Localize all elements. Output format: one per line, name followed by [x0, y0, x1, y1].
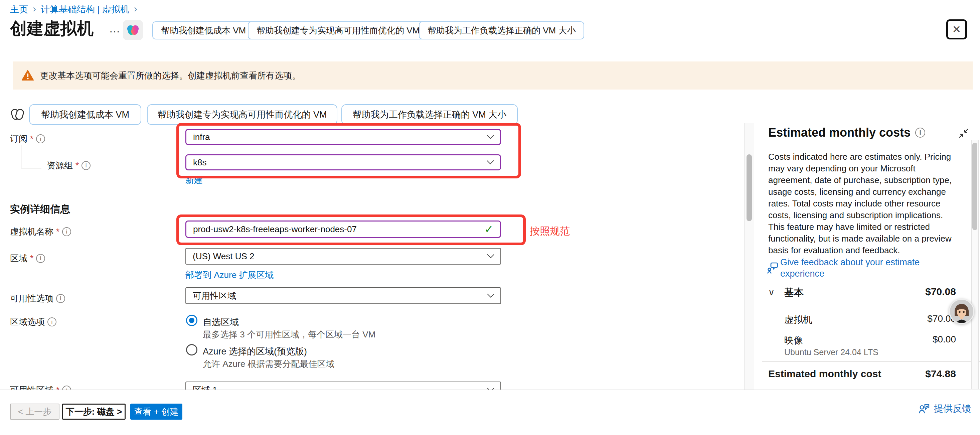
suggestion-high-availability-vm[interactable]: 帮助我创建专为实现高可用性而优化的 VM — [147, 104, 337, 125]
info-icon[interactable]: i — [81, 161, 91, 170]
info-icon[interactable]: i — [36, 254, 45, 263]
suggestion-right-vm-size[interactable]: 帮助我为工作负载选择正确的 VM 大小 — [419, 21, 584, 40]
subscription-label: 订阅* i — [10, 133, 45, 145]
next-disks-button[interactable]: 下一步: 磁盘 > — [62, 403, 126, 420]
cost-group-label: 基本 — [784, 286, 803, 300]
info-icon[interactable]: i — [48, 317, 56, 327]
cost-panel-title: Estimated monthly costs i — [768, 126, 925, 140]
warning-icon — [21, 70, 34, 81]
suggestion-high-availability-vm[interactable]: 帮助我创建专为实现高可用性而优化的 VM — [248, 21, 428, 40]
cost-group-value: $70.08 — [925, 286, 956, 297]
info-icon[interactable]: i — [62, 386, 71, 390]
give-feedback-link[interactable]: 提供反馈 — [918, 402, 971, 415]
feedback-bubbles-icon — [767, 261, 779, 275]
availability-options-label: 可用性选项 i — [10, 293, 65, 304]
assistant-avatar[interactable] — [949, 299, 974, 324]
resource-group-dropdown[interactable]: k8s — [185, 155, 501, 170]
chevron-down-icon — [487, 294, 494, 298]
info-icon[interactable]: i — [915, 127, 925, 138]
vm-name-input[interactable]: prod-usw2-k8s-freeleaps-worker-nodes-07 … — [185, 220, 501, 238]
info-icon[interactable]: i — [56, 294, 65, 303]
cost-feedback-link[interactable]: Give feedback about your estimate experi… — [780, 257, 962, 279]
availability-zone-row: 可用性区域* i 区域 1 — [0, 379, 741, 390]
suggestion-right-vm-size[interactable]: 帮助我为工作负载选择正确的 VM 大小 — [341, 104, 518, 125]
create-vm-page: { "icons": { "more": "…", "close": "✕", … — [0, 0, 980, 435]
radio-self-selected-zones[interactable] — [186, 315, 197, 326]
valid-check-icon: ✓ — [484, 223, 493, 236]
main-scrollbar-thumb[interactable] — [746, 155, 752, 221]
panel-scrollbar-thumb[interactable] — [972, 143, 977, 230]
availability-options-dropdown[interactable]: 可用性区域 — [185, 287, 501, 304]
warning-text: 更改基本选项可能会重置所做的选择。创建虚拟机前查看所有选项。 — [40, 70, 301, 81]
availability-zone-label: 可用性区域* i — [10, 384, 71, 390]
chevron-down-icon — [487, 160, 494, 165]
breadcrumb: 主页 › 计算基础结构 | 虚拟机 › — [10, 3, 137, 15]
cost-total-label: Estimated monthly cost — [768, 368, 881, 379]
radio-self-selected-zones-desc: 最多选择 3 个可用性区域，每个区域一台 VM — [203, 329, 375, 341]
extended-zone-link[interactable]: 部署到 Azure 扩展区域 — [185, 269, 274, 281]
close-icon: ✕ — [952, 23, 961, 36]
info-icon[interactable]: i — [62, 227, 71, 236]
cost-total-value: $74.88 — [925, 368, 956, 379]
cost-row-image-label: 映像 — [784, 334, 803, 347]
close-button[interactable]: ✕ — [946, 19, 967, 40]
copilot-outline-icon — [10, 106, 25, 123]
breadcrumb-home[interactable]: 主页 — [10, 3, 28, 15]
zone-options-label: 区域选项 i — [10, 316, 56, 328]
field-connector — [21, 145, 41, 168]
subscription-dropdown[interactable]: infra — [185, 129, 501, 145]
region-label: 区域* i — [10, 253, 45, 264]
give-feedback-label: 提供反馈 — [934, 402, 971, 415]
warning-banner: 更改基本选项可能会重置所做的选择。创建虚拟机前查看所有选项。 — [13, 62, 973, 89]
person-feedback-icon — [918, 403, 930, 414]
chevron-down-icon — [487, 135, 494, 139]
region-dropdown[interactable]: (US) West US 2 — [185, 248, 501, 265]
copilot-button[interactable] — [123, 20, 143, 40]
basic-group-chevron-icon[interactable]: ∨ — [768, 287, 775, 298]
suggestion-low-cost-vm[interactable]: 帮助我创建低成本 VM — [29, 104, 141, 125]
resource-group-label: 资源组* i — [47, 160, 91, 171]
breadcrumb-separator-icon: › — [33, 3, 36, 14]
chevron-down-icon — [487, 254, 494, 258]
cost-row-image-subtitle: Ubuntu Server 24.04 LTS — [784, 347, 878, 357]
radio-azure-selected-zones[interactable] — [186, 344, 197, 355]
radio-self-selected-zones-label[interactable]: 自选区域 — [203, 316, 239, 328]
cost-row-image-value: $0.00 — [932, 334, 956, 345]
copilot-icon — [126, 23, 140, 37]
cost-row-vm-label: 虚拟机 — [784, 313, 812, 326]
vm-name-label: 虚拟机名称* i — [10, 226, 71, 237]
breadcrumb-vm[interactable]: 计算基础结构 | 虚拟机 — [41, 3, 129, 15]
suggestion-low-cost-vm[interactable]: 帮助我创建低成本 VM — [152, 21, 255, 40]
previous-button[interactable]: < 上一步 — [10, 403, 59, 420]
cost-panel-description: Costs indicated here are estimates only.… — [768, 151, 959, 256]
collapse-panel-icon[interactable] — [958, 127, 969, 139]
info-icon[interactable]: i — [36, 134, 45, 143]
annotation-note: 按照规范 — [530, 225, 570, 238]
breadcrumb-separator-icon: › — [134, 3, 137, 14]
cost-panel-divider — [762, 362, 980, 362]
review-create-button[interactable]: 查看 + 创建 — [130, 403, 182, 420]
create-new-resource-group-link[interactable]: 新建 — [185, 174, 203, 186]
avatar-image — [950, 300, 973, 323]
radio-azure-selected-zones-label[interactable]: Azure 选择的区域(预览版) — [203, 346, 307, 357]
more-options-button[interactable]: … — [109, 22, 121, 35]
radio-azure-selected-zones-desc: 允许 Azure 根据需要分配最佳区域 — [203, 358, 334, 370]
page-title: 创建虚拟机 — [10, 18, 94, 40]
availability-zone-dropdown[interactable]: 区域 1 — [185, 382, 501, 390]
instance-details-heading: 实例详细信息 — [10, 202, 70, 216]
